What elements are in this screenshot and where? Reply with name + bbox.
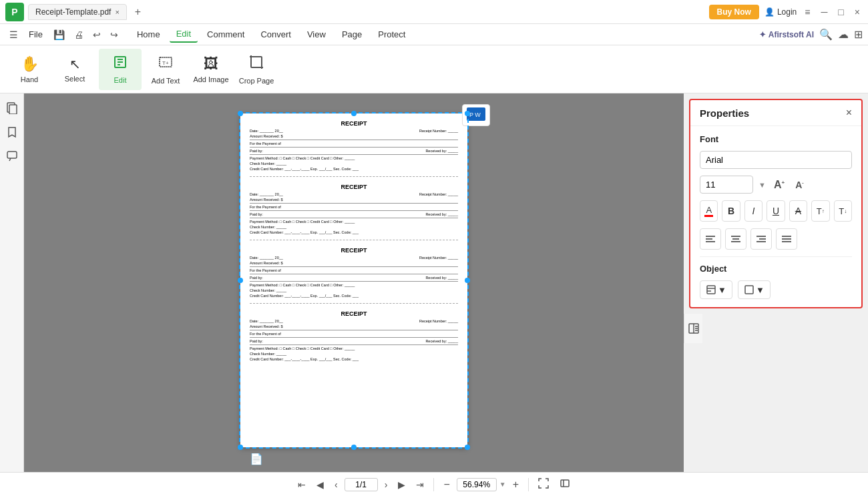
handle-tm[interactable] <box>351 111 357 116</box>
expand-icon[interactable]: ⊞ <box>854 28 863 41</box>
panel-close-button[interactable]: × <box>846 107 852 119</box>
text-color-button[interactable]: A <box>700 200 718 222</box>
print-icon[interactable]: 🖨 <box>70 27 87 43</box>
sidebar-bookmark-icon[interactable] <box>3 123 21 142</box>
file-icon-below: 📄 <box>240 453 467 465</box>
font-name-row: Arial Times New Roman Helvetica Courier … <box>700 151 852 169</box>
page-input[interactable] <box>345 478 378 491</box>
main-area: P W RECEIPT Date: _ <box>0 93 868 472</box>
save-icon[interactable]: 💾 <box>49 27 69 43</box>
italic-button[interactable]: I <box>744 200 763 222</box>
properties-toggle-icon[interactable] <box>684 319 703 338</box>
menu-protect[interactable]: Protect <box>371 27 412 42</box>
close-tab-icon[interactable]: × <box>115 8 119 16</box>
sidebar-pages-icon[interactable] <box>3 99 21 117</box>
prev-button-2[interactable]: ‹ <box>331 477 342 493</box>
menu-home[interactable]: Home <box>130 27 167 42</box>
handle-tl[interactable] <box>238 111 243 116</box>
maximize-icon[interactable]: □ <box>835 4 846 20</box>
close-window-icon[interactable]: × <box>852 4 863 20</box>
handle-mr[interactable] <box>465 278 470 283</box>
buy-now-button[interactable]: Buy Now <box>709 5 759 19</box>
receipt-4-amount: Amount Received: $ <box>250 324 458 330</box>
hand-tool-button[interactable]: ✋ Hand <box>8 49 51 90</box>
toolbar: ✋ Hand ↖ Select Edit T+ Add Text 🖼 Add I… <box>0 45 868 93</box>
object-position-button[interactable]: ▼ <box>700 280 732 299</box>
menu-icon[interactable]: ≡ <box>802 4 813 20</box>
receipt-3-paidby: Paid by:Received by: _____ <box>250 276 458 282</box>
receipt-4-check: Check Number: _____ <box>250 352 458 356</box>
sidebar-comment-icon[interactable] <box>3 147 21 166</box>
add-image-tool-button[interactable]: 🖼 Add Image <box>190 49 232 90</box>
menu-toggle-button[interactable]: ☰ <box>5 27 22 43</box>
go-to-first-page-button[interactable]: ⇤ <box>294 477 310 493</box>
document-area[interactable]: P W RECEIPT Date: _ <box>24 93 684 472</box>
receipt-2-title: RECEIPT <box>250 184 458 190</box>
object-section-title: Object <box>700 264 852 274</box>
menu-page[interactable]: Page <box>335 27 369 42</box>
zoom-input[interactable] <box>457 478 497 491</box>
align-left-button[interactable] <box>700 228 721 250</box>
receipt-3-cc: Credit Card Number: ___-____-____ Exp. _… <box>250 294 458 298</box>
menu-comment[interactable]: Comment <box>200 27 251 42</box>
receipt-4-cc: Credit Card Number: ___-____-____ Exp. _… <box>250 357 458 361</box>
menu-edit[interactable]: Edit <box>170 26 198 43</box>
handle-bm[interactable] <box>351 445 357 450</box>
receipt-3-payment: For the Payment of <box>250 268 458 274</box>
align-right-button[interactable] <box>750 228 772 250</box>
handle-br[interactable] <box>465 445 470 450</box>
select-tool-button[interactable]: ↖ Select <box>53 49 96 90</box>
zoom-dropdown-arrow[interactable]: ▼ <box>499 481 506 488</box>
redo-icon[interactable]: ↪ <box>106 27 122 43</box>
svg-text:P W: P W <box>469 111 481 118</box>
next-button-2[interactable]: › <box>381 477 392 493</box>
receipt-3-check: Check Number: _____ <box>250 288 458 292</box>
align-justify-button[interactable] <box>776 228 797 250</box>
handle-bl[interactable] <box>238 445 243 450</box>
search-icon[interactable]: 🔍 <box>819 28 833 41</box>
add-text-tool-button[interactable]: T+ Add Text <box>144 49 187 90</box>
right-toggle[interactable] <box>684 314 702 343</box>
zoom-in-button[interactable]: + <box>509 476 523 493</box>
zoom-out-button[interactable]: − <box>439 476 453 493</box>
align-center-button[interactable] <box>725 228 746 250</box>
cloud-icon[interactable]: ☁ <box>838 28 849 41</box>
subscript-button[interactable]: T↓ <box>834 200 852 222</box>
superscript-button[interactable]: T↑ <box>811 200 829 222</box>
font-name-select[interactable]: Arial Times New Roman Helvetica Courier … <box>700 151 852 169</box>
handle-ml[interactable] <box>238 278 243 283</box>
menu-convert[interactable]: Convert <box>254 27 298 42</box>
app-logo: P <box>5 3 24 21</box>
strikethrough-button[interactable]: A <box>789 200 807 222</box>
tab[interactable]: Receipt-Template.pdf × <box>28 4 127 20</box>
underline-button[interactable]: U <box>767 200 785 222</box>
file-label[interactable]: File <box>23 27 48 42</box>
go-to-last-page-button[interactable]: ⇥ <box>412 477 428 493</box>
menu-view[interactable]: View <box>300 27 333 42</box>
prev-page-button[interactable]: ◀ <box>312 477 328 493</box>
font-decrease-button[interactable]: A- <box>793 178 806 192</box>
bold-button[interactable]: B <box>722 200 740 222</box>
edit-tool-button[interactable]: Edit <box>99 49 142 90</box>
section-divider <box>700 256 852 257</box>
receipt-2-check: Check Number: _____ <box>250 225 458 229</box>
crop-page-tool-button[interactable]: Crop Page <box>235 49 278 90</box>
font-increase-button[interactable]: A+ <box>771 178 787 192</box>
add-tab-button[interactable]: + <box>131 5 145 19</box>
fit-page-button[interactable] <box>534 475 553 493</box>
fullscreen-button[interactable] <box>556 475 574 493</box>
receipt-1-cc: Credit Card Number: ___-____-____ Exp. _… <box>250 167 458 171</box>
handle-tr[interactable] <box>465 111 470 116</box>
font-section-title: Font <box>700 134 852 144</box>
afirstsoft-ai-button[interactable]: ✦ Afirstsoft AI <box>759 30 814 39</box>
receipt-3-title: RECEIPT <box>250 247 458 254</box>
undo-icon[interactable]: ↩ <box>89 27 105 43</box>
font-size-select[interactable]: 11 8 9 10 12 14 <box>700 176 753 194</box>
object-style-button[interactable]: ▼ <box>738 280 771 299</box>
login-button[interactable]: 👤 Login <box>765 7 797 17</box>
minimize-icon[interactable]: ─ <box>818 4 830 20</box>
receipt-4-method: Payment Method: □ Cash □ Check □ Credit … <box>250 346 458 350</box>
next-page-button[interactable]: ▶ <box>394 477 409 493</box>
add-image-label: Add Image <box>193 75 228 83</box>
add-text-icon: T+ <box>158 54 174 74</box>
